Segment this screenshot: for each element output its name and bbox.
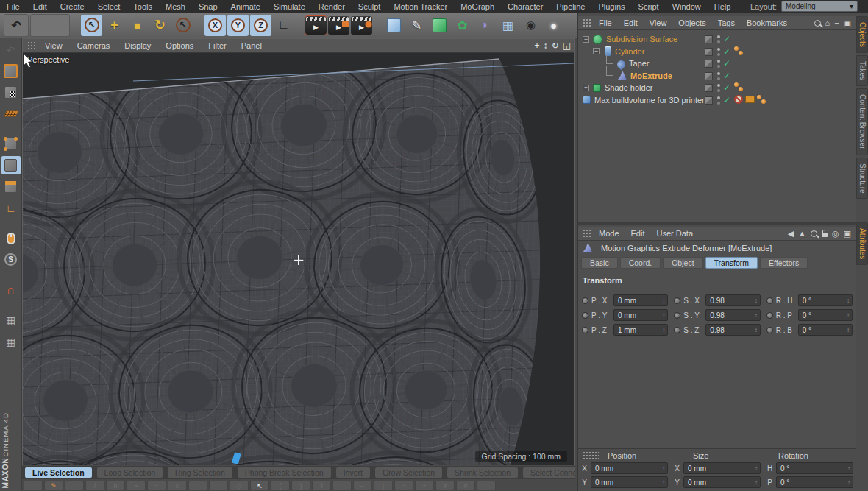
- om-menu-objects[interactable]: Objects: [672, 18, 711, 27]
- palette-slot-11[interactable]: ◇: [230, 481, 249, 490]
- model-mode-button[interactable]: [1, 83, 21, 102]
- palette-slot-19[interactable]: ¬: [394, 481, 413, 490]
- tag-dot-icon[interactable]: [761, 99, 766, 104]
- menu-create[interactable]: Create: [54, 2, 91, 11]
- palette-slot-3[interactable]: [65, 481, 84, 490]
- menu-render[interactable]: Render: [312, 2, 352, 11]
- om-minimize-icon[interactable]: −: [834, 18, 839, 27]
- lock-y-axis-button[interactable]: Y: [227, 15, 249, 36]
- attribute-tab-object[interactable]: Object: [663, 257, 702, 269]
- attribute-tab-effectors[interactable]: Effectors: [760, 257, 808, 269]
- enabled-check-icon[interactable]: ✓: [723, 34, 730, 44]
- visibility-toggle[interactable]: [705, 48, 713, 56]
- menu-script[interactable]: Script: [632, 2, 666, 11]
- editor-render-dots[interactable]: [717, 60, 720, 68]
- field-input[interactable]: 0 °↕: [798, 324, 853, 336]
- coord-input[interactable]: 0 mm↕: [591, 462, 668, 474]
- add-mograph-button[interactable]: ✿: [452, 15, 473, 36]
- editor-render-dots[interactable]: [717, 35, 720, 43]
- key-radio-icon[interactable]: [674, 312, 680, 319]
- viewport-solo-button[interactable]: [1, 229, 21, 247]
- viewport-canvas[interactable]: Perspective Grid Spacing : 100 mm: [23, 53, 574, 465]
- render-settings-button[interactable]: ▶: [351, 16, 372, 35]
- snap-settings-button[interactable]: S: [1, 250, 21, 269]
- display-tag-icon[interactable]: [745, 96, 755, 103]
- om-home-icon[interactable]: ⌂: [825, 18, 830, 27]
- workplane-lock-button[interactable]: ▦: [1, 311, 21, 329]
- key-radio-icon[interactable]: [582, 312, 588, 319]
- palette-slot-5[interactable]: n: [106, 481, 125, 490]
- editor-render-dots[interactable]: [717, 84, 720, 92]
- am-menu-edit[interactable]: Edit: [625, 229, 651, 238]
- attribute-tab-transform[interactable]: Transform: [705, 257, 758, 269]
- tag-dot-icon[interactable]: [739, 87, 743, 91]
- editor-render-dots[interactable]: [717, 96, 720, 105]
- tree-row-taper[interactable]: Taper✓: [578, 57, 856, 70]
- viewport-menu-cameras[interactable]: Cameras: [70, 41, 118, 50]
- object-name[interactable]: Subdivision Surface: [606, 35, 677, 43]
- pan-view-icon[interactable]: +: [535, 40, 540, 51]
- polygons-mode-button[interactable]: [1, 177, 21, 196]
- side-tab-objects[interactable]: Objects: [856, 16, 868, 53]
- selection-tab-ring-selection[interactable]: Ring Selection: [168, 467, 232, 478]
- coordinates-grip-icon[interactable]: [583, 451, 599, 460]
- menu-tools[interactable]: Tools: [127, 2, 159, 11]
- lock-z-axis-button[interactable]: Z: [250, 15, 271, 36]
- selection-tab-phong-break-selection[interactable]: Phong Break Selection: [238, 467, 331, 478]
- key-radio-icon[interactable]: [766, 327, 773, 333]
- visibility-toggle[interactable]: [705, 35, 713, 43]
- enabled-check-icon[interactable]: ✓: [723, 82, 730, 93]
- coord-input[interactable]: 0 mm↕: [683, 462, 761, 474]
- tag-dot-icon[interactable]: [739, 51, 743, 55]
- key-radio-icon[interactable]: [766, 312, 773, 319]
- om-menu-bookmarks[interactable]: Bookmarks: [741, 18, 793, 27]
- expander-toggle[interactable]: −: [583, 36, 589, 43]
- tag-dot-icon[interactable]: [757, 95, 761, 99]
- menu-file[interactable]: File: [0, 2, 26, 11]
- move-tool-button[interactable]: +: [104, 15, 125, 36]
- add-camera-button[interactable]: ◉: [520, 15, 541, 36]
- spinner-icon[interactable]: ↕: [847, 465, 850, 472]
- menu-mograph[interactable]: MoGraph: [454, 2, 501, 11]
- tree-row-moextrude[interactable]: MoExtrude✓: [578, 70, 856, 82]
- spinner-icon[interactable]: ↕: [662, 297, 665, 304]
- field-input[interactable]: 0.98↕: [705, 309, 760, 321]
- workplane-align-button[interactable]: ▦: [1, 332, 21, 350]
- palette-slot-1[interactable]: [24, 481, 43, 490]
- editor-render-dots[interactable]: [717, 48, 720, 56]
- selection-tab-select-connected[interactable]: Select Connected: [523, 467, 575, 478]
- snapping-toggle-button[interactable]: ∩: [1, 280, 21, 299]
- add-environment-button[interactable]: ▦: [497, 15, 519, 36]
- field-input[interactable]: 0.98↕: [705, 324, 760, 336]
- make-editable-button[interactable]: [1, 62, 21, 80]
- points-mode-button[interactable]: [1, 135, 21, 153]
- live-selection-tool-button[interactable]: ↖: [81, 15, 102, 36]
- palette-slot-10[interactable]: [209, 481, 228, 490]
- lock-x-axis-button[interactable]: X: [204, 15, 226, 36]
- coordinate-system-button[interactable]: ∟: [273, 15, 294, 36]
- field-input[interactable]: 0 °↕: [798, 294, 853, 306]
- visibility-toggle[interactable]: [705, 60, 713, 68]
- am-menu-mode[interactable]: Mode: [593, 229, 625, 238]
- key-radio-icon[interactable]: [674, 327, 680, 333]
- am-search-icon[interactable]: [811, 230, 817, 237]
- add-deformer-button[interactable]: ◗: [474, 15, 496, 36]
- key-radio-icon[interactable]: [766, 297, 773, 304]
- palette-pointer-icon[interactable]: ↖: [250, 481, 269, 490]
- spinner-icon[interactable]: ↕: [755, 479, 758, 486]
- enabled-check-icon[interactable]: ✓: [723, 95, 730, 105]
- side-tab-content-browser[interactable]: Content Browser: [856, 88, 868, 155]
- enabled-check-icon[interactable]: ✓: [723, 58, 730, 68]
- palette-slot-14[interactable]: ): [291, 481, 310, 490]
- last-tool-button[interactable]: ↖: [172, 15, 193, 36]
- history-faint-button[interactable]: ↶: [1, 40, 21, 59]
- attribute-tab-basic[interactable]: Basic: [581, 257, 618, 269]
- am-target-icon[interactable]: ◎: [832, 229, 839, 239]
- spinner-icon[interactable]: ↕: [662, 479, 665, 486]
- object-name[interactable]: Max buildvolume for 3D printer: [594, 96, 705, 105]
- viewport-menu-display[interactable]: Display: [117, 41, 158, 50]
- viewport-grip-icon[interactable]: [27, 41, 36, 50]
- field-input[interactable]: 0.98↕: [705, 294, 760, 306]
- scale-tool-button[interactable]: ■: [127, 15, 148, 36]
- menu-sculpt[interactable]: Sculpt: [352, 2, 388, 11]
